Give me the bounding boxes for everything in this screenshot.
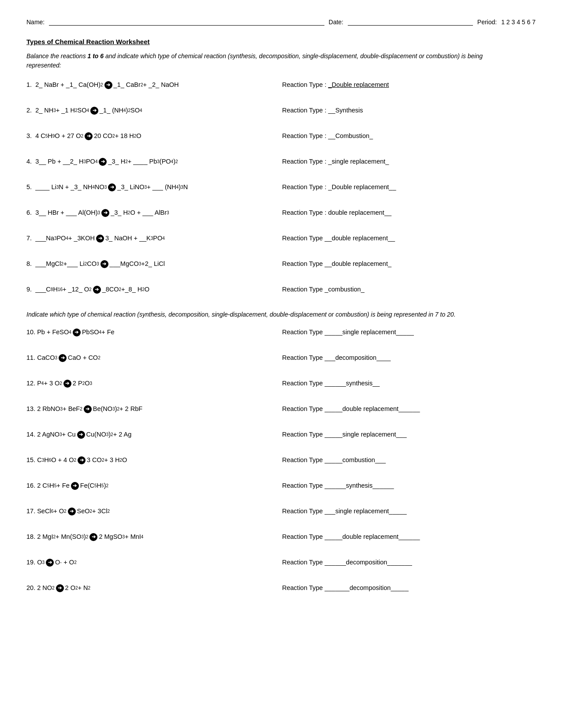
- arrow-17: ➔: [68, 508, 76, 515]
- reaction-row-8: 8. ___MgCl2 +___ Li2CO3 ➔ ___MgCO3 +2_ L…: [26, 259, 536, 275]
- date-field[interactable]: [348, 18, 473, 26]
- instructions-2: Indicate which type of chemical reaction…: [26, 310, 511, 319]
- reaction-row-6: 6. 3__ HBr + ___ Al(OH)3 ➔ _3_ H2O + ___…: [26, 208, 536, 224]
- arrow-4: ➔: [99, 158, 107, 166]
- reaction-row-15: 15. C3H6O + 4 O2 ➔ 3 CO2 + 3 H2O Reactio…: [26, 455, 536, 471]
- reaction-eq-4: 4. 3__ Pb + __2_ H3PO4 ➔ _3_ H2 + ____ P…: [26, 157, 282, 167]
- reaction-type-8: Reaction Type __double replacement_: [282, 259, 536, 269]
- arrow-13: ➔: [84, 405, 92, 413]
- arrow-2: ➔: [90, 107, 98, 115]
- reaction-type-3: Reaction Type : __Combustion_: [282, 131, 536, 141]
- reaction-row-19: 19. O3 ➔ O· + O2 Reaction Type ______dec…: [26, 557, 536, 573]
- reaction-type-6: Reaction Type : double replacement__: [282, 208, 536, 218]
- arrow-5: ➔: [108, 183, 116, 191]
- reaction-type-4: Reaction Type : _single replacement_: [282, 157, 536, 167]
- reaction-type-7: Reaction Type __double replacement__: [282, 233, 536, 243]
- arrow-1: ➔: [104, 81, 112, 89]
- arrow-20: ➔: [56, 584, 64, 592]
- arrow-10: ➔: [73, 329, 81, 336]
- reaction-eq-20: 20. 2 NO2 ➔ 2 O2 + N2: [26, 583, 282, 593]
- reaction-row-20: 20. 2 NO2 ➔ 2 O2 + N2 Reaction Type ____…: [26, 583, 536, 599]
- reaction-type-17: Reaction Type ___single replacement_____: [282, 506, 536, 516]
- reactions-section-2: 10. Pb + FeSO4 ➔ PbSO4 + Fe Reaction Typ…: [26, 327, 536, 599]
- reaction-eq-10: 10. Pb + FeSO4 ➔ PbSO4 + Fe: [26, 327, 282, 337]
- reaction-row-9: 9. ___C8H16 + _12_ O2 ➔ _8CO2 +_8_ H2O R…: [26, 284, 536, 300]
- reaction-eq-1: 1. 2_ NaBr + _1_ Ca(OH)2 ➔ _1_ CaBr2 + _…: [26, 80, 282, 90]
- reaction-eq-9: 9. ___C8H16 + _12_ O2 ➔ _8CO2 +_8_ H2O: [26, 284, 282, 295]
- reaction-type-10: Reaction Type _____single replacement___…: [282, 327, 536, 337]
- reaction-row-12: 12. P4 + 3 O2 ➔ 2 P2O3 Reaction Type ___…: [26, 378, 536, 394]
- reaction-row-7: 7. ___Na3PO4 + _3KOH ➔3_ NaOH + __K3PO4 …: [26, 233, 536, 249]
- reaction-eq-11: 11. CaCO3 ➔ CaO + CO2: [26, 353, 282, 363]
- arrow-7: ➔: [96, 235, 104, 243]
- arrow-18: ➔: [89, 533, 97, 541]
- reaction-type-19: Reaction Type ______decomposition_______: [282, 557, 536, 567]
- reaction-eq-6: 6. 3__ HBr + ___ Al(OH)3 ➔ _3_ H2O + ___…: [26, 208, 282, 218]
- reaction-eq-14: 14. 2 AgNO3 + Cu ➔ Cu(NO3)2 + 2 Ag: [26, 429, 282, 440]
- reaction-type-12: Reaction Type ______synthesis__: [282, 378, 536, 388]
- page-title: Types of Chemical Reaction Worksheet: [26, 38, 536, 45]
- reaction-eq-7: 7. ___Na3PO4 + _3KOH ➔3_ NaOH + __K3PO4: [26, 233, 282, 243]
- reaction-row-18: 18. 2 MgI2 + Mn(SO3)2 ➔ 2 MgSO3 + MnI4 R…: [26, 532, 536, 548]
- reaction-type-14: Reaction Type _____single replacement___: [282, 429, 536, 440]
- reaction-eq-15: 15. C3H6O + 4 O2 ➔ 3 CO2 + 3 H2O: [26, 455, 282, 465]
- name-label: Name:: [26, 19, 45, 26]
- arrow-15: ➔: [78, 456, 86, 464]
- reaction-row-16: 16. 2 C5H5 + Fe ➔ Fe(C5H5)2 Reaction Typ…: [26, 481, 536, 497]
- reaction-row-17: 17. SeCl6 + O2 ➔ SeO2 + 3Cl2 Reaction Ty…: [26, 506, 536, 522]
- reaction-type-15: Reaction Type _____combustion___: [282, 455, 536, 465]
- reaction-type-13: Reaction Type _____double replacement___…: [282, 404, 536, 414]
- reaction-row-13: 13. 2 RbNO3 + BeF2 ➔ Be(NO3)2 + 2 RbF Re…: [26, 404, 536, 420]
- name-field[interactable]: [49, 18, 324, 26]
- reaction-row-2: 2. 2_ NH3+ _1 H2SO4 ➔ _1_ (NH4)2SO4 Reac…: [26, 105, 536, 121]
- arrow-19: ➔: [46, 559, 54, 567]
- reaction-row-4: 4. 3__ Pb + __2_ H3PO4 ➔ _3_ H2 + ____ P…: [26, 157, 536, 172]
- reactions-section-1: 1. 2_ NaBr + _1_ Ca(OH)2 ➔ _1_ CaBr2 + _…: [26, 80, 536, 300]
- reaction-type-2: Reaction Type : __Synthesis: [282, 105, 536, 116]
- header: Name: Date: Period: 1 2 3 4 5 6 7: [26, 18, 536, 26]
- arrow-16: ➔: [71, 482, 79, 490]
- reaction-row-5: 5. ____ Li3N + _3_ NH4NO3 ➔ _3_ LiNO3 + …: [26, 182, 536, 198]
- reaction-eq-17: 17. SeCl6 + O2 ➔ SeO2 + 3Cl2: [26, 506, 282, 516]
- arrow-6: ➔: [101, 209, 109, 217]
- arrow-14: ➔: [77, 431, 85, 439]
- arrow-3: ➔: [85, 132, 93, 140]
- reaction-type-1: Reaction Type : _Double replacement: [282, 80, 536, 90]
- reaction-type-20: Reaction Type _______decomposition_____: [282, 583, 536, 593]
- instructions-1: Balance the reactions 1 to 6 and indicat…: [26, 52, 511, 70]
- reaction-eq-5: 5. ____ Li3N + _3_ NH4NO3 ➔ _3_ LiNO3 + …: [26, 182, 282, 192]
- reaction-row-1: 1. 2_ NaBr + _1_ Ca(OH)2 ➔ _1_ CaBr2 + _…: [26, 80, 536, 96]
- arrow-8: ➔: [100, 260, 108, 268]
- reaction-type-11: Reaction Type ___decomposition____: [282, 353, 536, 363]
- reaction-eq-16: 16. 2 C5H5 + Fe ➔ Fe(C5H5)2: [26, 481, 282, 491]
- arrow-9: ➔: [93, 286, 101, 294]
- arrow-11: ➔: [59, 354, 67, 362]
- reaction-row-3: 3. 4 C5H9O + 27 O2 ➔ 20 CO2 + 18 H2O Rea…: [26, 131, 536, 147]
- date-label: Date:: [329, 19, 343, 26]
- reaction-type-9: Reaction Type _combustion_: [282, 284, 536, 295]
- reaction-eq-3: 3. 4 C5H9O + 27 O2 ➔ 20 CO2 + 18 H2O: [26, 131, 282, 141]
- reaction-type-18: Reaction Type _____double replacement___…: [282, 532, 536, 542]
- reaction-type-16: Reaction Type ______synthesis______: [282, 481, 536, 491]
- reaction-eq-13: 13. 2 RbNO3 + BeF2 ➔ Be(NO3)2 + 2 RbF: [26, 404, 282, 414]
- reaction-row-11: 11. CaCO3 ➔ CaO + CO2 Reaction Type ___d…: [26, 353, 536, 369]
- period-label: Period:: [477, 19, 497, 26]
- reaction-eq-18: 18. 2 MgI2 + Mn(SO3)2 ➔ 2 MgSO3 + MnI4: [26, 532, 282, 542]
- reaction-row-14: 14. 2 AgNO3 + Cu ➔ Cu(NO3)2 + 2 Ag React…: [26, 429, 536, 445]
- period-numbers: 1 2 3 4 5 6 7: [501, 19, 536, 26]
- reaction-type-5: Reaction Type : _Double replacement__: [282, 182, 536, 192]
- reaction-eq-12: 12. P4 + 3 O2 ➔ 2 P2O3: [26, 378, 282, 388]
- reaction-eq-19: 19. O3 ➔ O· + O2: [26, 557, 282, 567]
- arrow-12: ➔: [63, 380, 71, 388]
- reaction-eq-2: 2. 2_ NH3+ _1 H2SO4 ➔ _1_ (NH4)2SO4: [26, 105, 282, 116]
- reaction-row-10: 10. Pb + FeSO4 ➔ PbSO4 + Fe Reaction Typ…: [26, 327, 536, 343]
- reaction-eq-8: 8. ___MgCl2 +___ Li2CO3 ➔ ___MgCO3 +2_ L…: [26, 259, 282, 269]
